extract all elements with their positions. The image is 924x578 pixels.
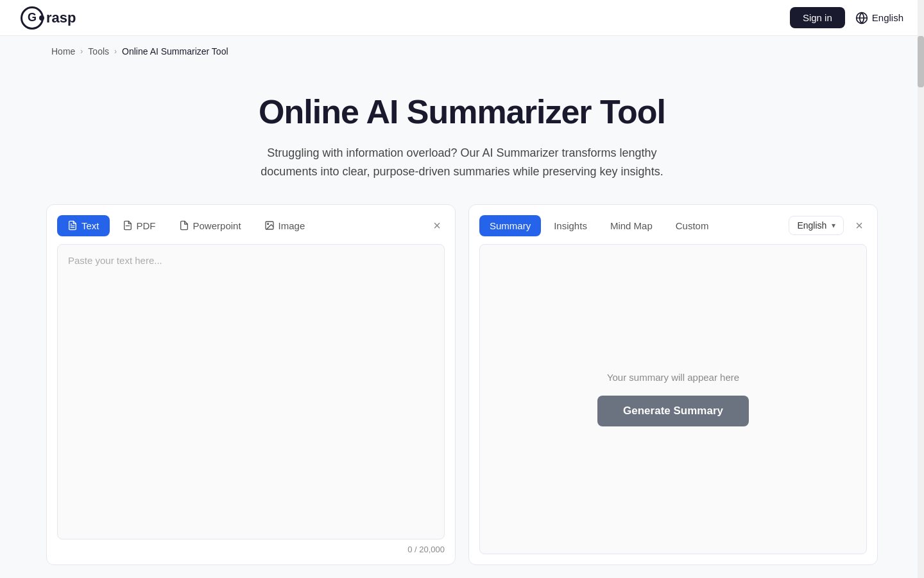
logo[interactable]: G rasp: [21, 6, 76, 30]
tab-powerpoint-label: Powerpoint: [193, 220, 241, 231]
page-title: Online AI Summarizer Tool: [13, 92, 911, 131]
globe-icon: [855, 12, 868, 24]
tab-image-label: Image: [278, 220, 305, 231]
language-selector[interactable]: English: [855, 12, 903, 24]
output-tab-insights[interactable]: Insights: [543, 215, 597, 236]
left-panel-close-button[interactable]: ×: [429, 216, 445, 234]
output-language-label: English: [797, 220, 826, 231]
file-pdf-icon: [123, 220, 133, 231]
output-tab-mindmap[interactable]: Mind Map: [600, 215, 663, 236]
summary-placeholder-text: Your summary will appear here: [607, 372, 739, 383]
image-icon: [264, 220, 275, 231]
file-ppt-icon: [179, 220, 189, 231]
right-panel: Summary Insights Mind Map Custom English…: [468, 204, 878, 565]
breadcrumb-current: Online AI Summarizer Tool: [122, 46, 228, 57]
breadcrumb-sep-1: ›: [80, 47, 83, 56]
output-content: Your summary will appear here Generate S…: [479, 244, 867, 554]
output-tab-insights-label: Insights: [554, 220, 587, 231]
svg-point-6: [267, 223, 268, 225]
output-tab-custom[interactable]: Custom: [665, 215, 719, 236]
output-tab-custom-label: Custom: [676, 220, 709, 231]
text-input[interactable]: [57, 244, 445, 539]
generate-summary-button[interactable]: Generate Summary: [597, 396, 749, 426]
char-count: 0 / 20,000: [57, 545, 445, 554]
hero-section: Online AI Summarizer Tool Struggling wit…: [0, 67, 924, 204]
tab-powerpoint[interactable]: Powerpoint: [169, 215, 252, 236]
hero-subtitle: Struggling with information overload? Ou…: [237, 144, 687, 181]
tab-text[interactable]: Text: [57, 215, 110, 236]
tab-pdf-label: PDF: [137, 220, 156, 231]
output-tab-summary-label: Summary: [490, 220, 531, 231]
tab-text-label: Text: [81, 220, 99, 231]
output-tab-summary[interactable]: Summary: [479, 215, 541, 236]
header-language-label: English: [872, 12, 903, 23]
scrollbar-track: [918, 0, 924, 578]
header: G rasp Sign in English: [0, 0, 924, 36]
sign-in-button[interactable]: Sign in: [790, 7, 845, 28]
breadcrumb-home[interactable]: Home: [51, 46, 75, 57]
output-tab-mindmap-label: Mind Map: [610, 220, 653, 231]
input-tabs: Text PDF Powerpoint: [57, 215, 445, 236]
output-language-dropdown[interactable]: English ▾: [789, 216, 844, 235]
breadcrumb-sep-2: ›: [114, 47, 117, 56]
output-tabs: Summary Insights Mind Map Custom English…: [479, 215, 867, 236]
breadcrumb-tools[interactable]: Tools: [88, 46, 109, 57]
tab-pdf[interactable]: PDF: [112, 215, 166, 236]
left-panel: Text PDF Powerpoint: [46, 204, 456, 565]
tool-container: Text PDF Powerpoint: [0, 204, 924, 578]
tab-image[interactable]: Image: [254, 215, 316, 236]
logo-icon: G: [21, 6, 44, 30]
header-right: Sign in English: [790, 7, 903, 28]
right-panel-close-button[interactable]: ×: [851, 216, 867, 236]
file-text-icon: [67, 220, 78, 231]
scrollbar-thumb[interactable]: [918, 36, 924, 87]
logo-text: rasp: [46, 10, 76, 26]
chevron-down-icon: ▾: [832, 221, 835, 230]
breadcrumb: Home › Tools › Online AI Summarizer Tool: [0, 36, 924, 67]
